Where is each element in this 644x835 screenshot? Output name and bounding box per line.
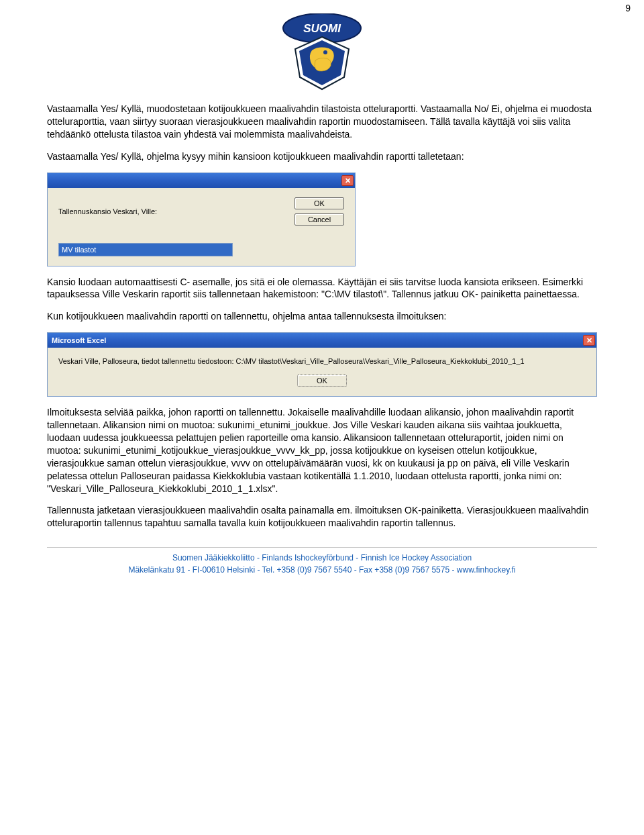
- footer: Suomen Jääkiekkoliitto - Finlands Ishock…: [47, 547, 597, 576]
- folder-label: Tallennuskansio Veskari, Ville:: [58, 207, 157, 215]
- cancel-button[interactable]: Cancel: [294, 213, 344, 226]
- folder-input[interactable]: [58, 243, 233, 256]
- paragraph-4: Kun kotijoukkueen maalivahdin raportti o…: [47, 310, 597, 323]
- logo-text: SUOMI: [303, 22, 341, 35]
- footer-line-2: Mäkelänkatu 91 - FI-00610 Helsinki - Tel…: [47, 564, 597, 576]
- paragraph-3: Kansio luodaan automaattisesti C- asemal…: [47, 276, 597, 301]
- save-folder-dialog: ✕ Tallennuskansio Veskari, Ville: OK Can…: [47, 173, 356, 266]
- dialog-titlebar: ✕: [48, 173, 355, 188]
- ok-button[interactable]: OK: [297, 375, 347, 387]
- dialog-title: Microsoft Excel: [52, 336, 106, 344]
- footer-line-1: Suomen Jääkiekkoliitto - Finlands Ishock…: [47, 552, 597, 564]
- ok-button[interactable]: OK: [294, 197, 344, 209]
- close-icon[interactable]: ✕: [583, 335, 595, 346]
- close-icon[interactable]: ✕: [341, 175, 354, 186]
- suomi-logo-icon: SUOMI: [278, 13, 366, 91]
- logo: SUOMI: [47, 13, 597, 93]
- confirmation-message: Veskari Ville, Palloseura, tiedot tallen…: [58, 357, 525, 365]
- paragraph-2: Vastaamalla Yes/ Kyllä, ohjelma kysyy mi…: [47, 150, 597, 163]
- svg-point-1: [323, 50, 327, 54]
- paragraph-5: Ilmoituksesta selviää paikka, johon rapo…: [47, 406, 597, 495]
- paragraph-1: Vastaamalla Yes/ Kyllä, muodostetaan kot…: [47, 103, 597, 141]
- save-confirmation-dialog: Microsoft Excel ✕ Veskari Ville, Pallose…: [47, 332, 597, 397]
- paragraph-6: Tallennusta jatketaan vierasjoukkueen ma…: [47, 504, 597, 530]
- page-number: 9: [625, 3, 631, 13]
- dialog-titlebar: Microsoft Excel ✕: [48, 333, 596, 348]
